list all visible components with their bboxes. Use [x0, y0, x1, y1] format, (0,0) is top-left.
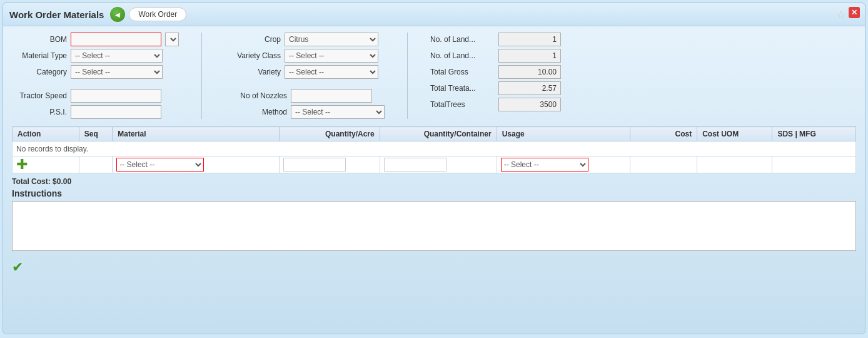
- qty-acre-input[interactable]: [283, 158, 346, 172]
- col-sds-mfg: SDS | MFG: [772, 127, 856, 141]
- total-trees-label: TotalTrees: [430, 100, 496, 109]
- add-usage-select[interactable]: -- Select --: [501, 158, 588, 172]
- col-usage: Usage: [497, 127, 630, 141]
- total-treata-value: 2.57: [498, 81, 561, 95]
- page-title: Work Order Materials: [9, 9, 104, 20]
- instructions-textarea[interactable]: [12, 201, 856, 251]
- psi-input[interactable]: [71, 105, 161, 119]
- category-row: Category -- Select --: [12, 65, 179, 79]
- no-of-nozzles-row: No of Nozzles: [225, 89, 385, 103]
- work-order-badge: Work Order: [129, 8, 186, 21]
- cost-cell: [630, 156, 697, 173]
- instructions-section: Instructions: [3, 187, 865, 255]
- bom-row: BOM: [12, 33, 179, 46]
- total-gross-row: Total Gross 10.00: [430, 65, 561, 79]
- category-select[interactable]: -- Select --: [71, 65, 163, 79]
- qty-acre-cell: [280, 156, 380, 173]
- tractor-speed-row: Tractor Speed: [12, 89, 179, 103]
- no-of-land1-row: No. of Land... 1: [430, 33, 561, 46]
- back-button[interactable]: [110, 7, 125, 22]
- crop-label: Crop: [225, 35, 281, 44]
- no-of-land2-value: 1: [498, 49, 561, 63]
- materials-table: Action Seq Material Quantity/Acre Quanti…: [12, 126, 856, 173]
- total-trees-row: TotalTrees 3500: [430, 98, 561, 111]
- variety-class-row: Variety Class -- Select --: [225, 49, 385, 63]
- bom-label: BOM: [12, 35, 67, 44]
- title-bar: Work Order Materials Work Order ☆ ✕: [3, 3, 865, 26]
- material-type-row: Material Type -- Select --: [12, 49, 179, 63]
- total-cost-label: Total Cost: $0.00: [12, 177, 71, 186]
- no-records-row: No records to display.: [13, 141, 856, 156]
- col-cost: Cost: [630, 127, 697, 141]
- col-action: Action: [13, 127, 79, 141]
- no-records-text: No records to display.: [16, 143, 88, 155]
- add-button[interactable]: ✚: [16, 156, 28, 172]
- instructions-title: Instructions: [12, 188, 856, 198]
- footer-bar: ✔: [3, 255, 865, 279]
- variety-select[interactable]: -- Select --: [285, 65, 378, 79]
- col-qty-acre: Quantity/Acre: [280, 127, 380, 141]
- form-area: BOM Material Type -- Select -- Category …: [3, 26, 865, 123]
- no-of-land1-value: 1: [498, 33, 561, 46]
- add-btn-cell: ✚: [13, 156, 79, 173]
- variety-row: Variety -- Select --: [225, 65, 385, 79]
- total-treata-row: Total Treata... 2.57: [430, 81, 561, 95]
- star-icon[interactable]: ☆: [836, 8, 846, 22]
- tractor-speed-label: Tractor Speed: [12, 91, 67, 100]
- table-section: Action Seq Material Quantity/Acre Quanti…: [3, 126, 865, 173]
- usage-select-cell: -- Select --: [497, 156, 630, 173]
- tractor-speed-input[interactable]: [71, 89, 161, 103]
- no-of-nozzles-input[interactable]: [291, 89, 372, 103]
- psi-label: P.S.I.: [12, 108, 67, 116]
- method-row: Method -- Select --: [225, 105, 385, 119]
- total-gross-value: 10.00: [498, 65, 561, 79]
- cost-uom-cell: [697, 156, 772, 173]
- right-form-col: No. of Land... 1 No. of Land... 1 Total …: [430, 33, 561, 119]
- variety-class-label: Variety Class: [225, 51, 281, 60]
- seq-cell: [79, 156, 112, 173]
- psi-row: P.S.I.: [12, 105, 179, 119]
- total-gross-label: Total Gross: [430, 68, 496, 76]
- method-select[interactable]: -- Select --: [291, 105, 385, 119]
- no-of-land2-label: No. of Land...: [430, 51, 496, 60]
- col-seq: Seq: [79, 127, 112, 141]
- add-row: ✚ -- Select --: [13, 156, 856, 173]
- material-type-label: Material Type: [12, 51, 67, 60]
- total-treata-label: Total Treata...: [430, 84, 496, 93]
- material-select-cell: -- Select --: [113, 156, 280, 173]
- no-of-nozzles-label: No of Nozzles: [225, 91, 287, 100]
- col-cost-uom: Cost UOM: [697, 127, 772, 141]
- no-of-land1-label: No. of Land...: [430, 35, 496, 44]
- add-material-select[interactable]: -- Select --: [116, 158, 204, 172]
- confirm-checkmark[interactable]: ✔: [12, 259, 23, 275]
- no-records-cell: No records to display.: [13, 141, 856, 156]
- sds-mfg-cell: [772, 156, 856, 173]
- col-material: Material: [113, 127, 280, 141]
- method-label: Method: [225, 108, 287, 116]
- material-type-select[interactable]: -- Select --: [71, 49, 163, 63]
- crop-row: Crop Citrus: [225, 33, 385, 46]
- total-trees-value: 3500: [498, 98, 561, 111]
- variety-class-select[interactable]: -- Select --: [285, 49, 378, 63]
- left-form-col: BOM Material Type -- Select -- Category …: [12, 33, 179, 119]
- no-of-land2-row: No. of Land... 1: [430, 49, 561, 63]
- bom-input[interactable]: [71, 33, 161, 46]
- variety-label: Variety: [225, 68, 281, 76]
- category-label: Category: [12, 68, 67, 76]
- middle-form-col: Crop Citrus Variety Class -- Select -- V…: [225, 33, 385, 119]
- total-cost-row: Total Cost: $0.00: [3, 173, 865, 187]
- qty-container-input[interactable]: [384, 158, 447, 172]
- qty-container-cell: [380, 156, 497, 173]
- bom-dropdown[interactable]: [165, 33, 179, 46]
- crop-select[interactable]: Citrus: [285, 33, 378, 46]
- close-button[interactable]: ✕: [849, 7, 860, 18]
- col-qty-container: Quantity/Container: [380, 127, 497, 141]
- table-header-row: Action Seq Material Quantity/Acre Quanti…: [13, 127, 856, 141]
